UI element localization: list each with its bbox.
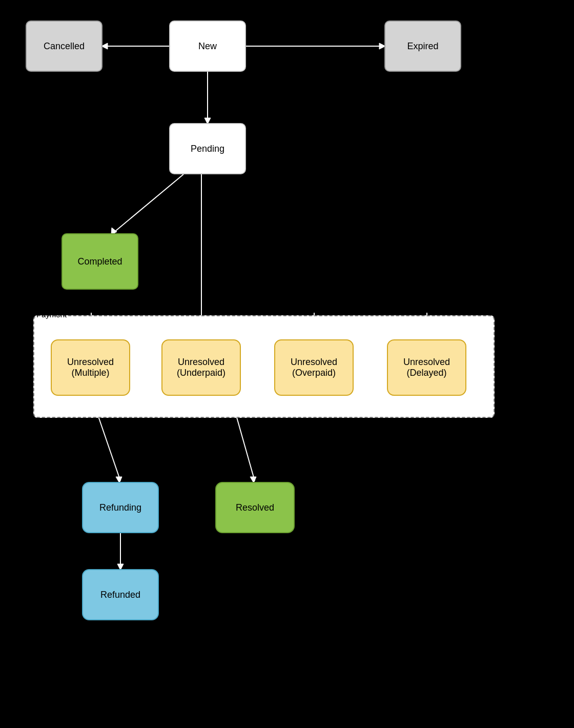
diagram-area: Cancelled New Expired Pending Completed … [0, 0, 574, 728]
refunding-node: Refunding [82, 482, 159, 533]
new-label: New [198, 41, 217, 52]
unresolved-underpaid-node: Unresolved(Underpaid) [161, 339, 241, 396]
resolved-label: Resolved [236, 502, 274, 513]
unresolved-overpaid-node: Unresolved(Overpaid) [274, 339, 354, 396]
pending-node: Pending [169, 123, 246, 174]
unresolved-delayed-label: Unresolved(Delayed) [403, 357, 450, 378]
completed-label: Completed [77, 256, 122, 267]
new-node: New [169, 21, 246, 72]
completed-node: Completed [61, 233, 138, 290]
expired-label: Expired [407, 41, 438, 52]
unresolved-payment-container: UnresolvedPayment Unresolved(Multiple) U… [33, 315, 495, 418]
unresolved-payment-label: UnresolvedPayment [36, 301, 98, 319]
refunding-label: Refunding [99, 502, 141, 513]
unresolved-delayed-node: Unresolved(Delayed) [387, 339, 466, 396]
unresolved-multiple-label: Unresolved(Multiple) [67, 357, 114, 378]
expired-node: Expired [384, 21, 461, 72]
pending-label: Pending [191, 144, 224, 154]
cancelled-node: Cancelled [26, 21, 102, 72]
unresolved-underpaid-label: Unresolved(Underpaid) [177, 357, 225, 378]
resolved-node: Resolved [215, 482, 295, 533]
unresolved-multiple-node: Unresolved(Multiple) [51, 339, 130, 396]
refunded-label: Refunded [100, 590, 140, 600]
svg-line-6 [113, 174, 183, 233]
unresolved-overpaid-label: Unresolved(Overpaid) [291, 357, 337, 378]
cancelled-label: Cancelled [44, 41, 85, 52]
refunded-node: Refunded [82, 569, 159, 620]
